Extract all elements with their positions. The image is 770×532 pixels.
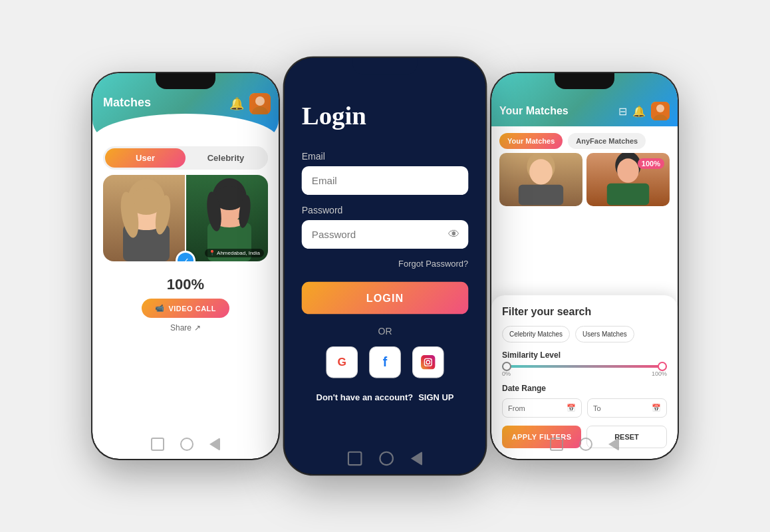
home-button[interactable]: [550, 438, 563, 451]
check-icon: ✓: [178, 253, 193, 261]
tab-user[interactable]: User: [105, 148, 186, 168]
signup-link[interactable]: Don't have an account? SIGN UP: [302, 392, 469, 402]
filter-title: Filter your search: [502, 306, 667, 318]
svg-rect-26: [519, 185, 563, 205]
slider-labels: 0% 100%: [502, 370, 667, 377]
back-button[interactable]: [180, 438, 193, 451]
home-button[interactable]: [348, 452, 362, 466]
header-wave: [92, 114, 279, 140]
filter-panel: Filter your search Celebrity Matches Use…: [491, 295, 678, 459]
filter-buttons: Celebrity Matches Users Matches: [502, 326, 667, 342]
phone1-screen: Matches 🔔 User: [92, 73, 279, 459]
back-button[interactable]: [379, 452, 394, 466]
match-images: 📍 Ahmedabad, India: [103, 175, 268, 261]
login-title: Login: [302, 101, 469, 131]
phone3-screen: Your Matches ⊟ 🔔 Your Match: [491, 73, 678, 459]
camera-icon: 📹: [155, 304, 165, 313]
phone3-title: Your Matches: [499, 105, 569, 117]
percent-badge: 100%: [638, 158, 664, 169]
celebrity-matches-button[interactable]: Celebrity Matches: [502, 326, 570, 342]
recents-button[interactable]: [209, 438, 220, 451]
avatar[interactable]: [651, 102, 670, 120]
filter-icon[interactable]: ⊟: [618, 105, 627, 118]
phone3-bottom-bar: [550, 438, 619, 451]
users-matches-button[interactable]: Users Matches: [575, 326, 634, 342]
login-button[interactable]: LOGIN: [302, 282, 469, 315]
slider-thumb-right[interactable]: [658, 362, 667, 371]
instagram-login-button[interactable]: [412, 346, 444, 378]
phone-your-matches: Your Matches ⊟ 🔔 Your Match: [491, 73, 678, 459]
match-card: 📍 Ahmedabad, India ✓: [103, 175, 268, 261]
location-tag: 📍 Ahmedabad, India: [205, 249, 264, 257]
back-button[interactable]: [579, 438, 592, 451]
svg-point-28: [617, 158, 639, 183]
preview-image-2: 100%: [586, 153, 670, 206]
email-field[interactable]: [302, 166, 469, 195]
tab-your-matches[interactable]: Your Matches: [499, 133, 563, 149]
social-login-buttons: G f: [302, 346, 469, 378]
home-button[interactable]: [151, 438, 164, 451]
phone1-notch: [156, 73, 215, 89]
phone3-notch: [555, 73, 614, 89]
svg-point-1: [255, 96, 265, 106]
password-label: Password: [302, 205, 469, 215]
password-field[interactable]: [302, 220, 469, 249]
phone1-bottom-bar: [151, 438, 220, 451]
date-to-input[interactable]: To 📅: [587, 398, 667, 418]
date-range-title: Date Range: [502, 384, 667, 393]
tab-celebrity[interactable]: Celebrity: [186, 148, 266, 168]
date-from-input[interactable]: From 📅: [502, 398, 582, 418]
match-preview: 100%: [499, 153, 670, 206]
login-form: Login Email Password 👁 Forgot Password? …: [285, 58, 485, 474]
share-icon: ↗: [194, 323, 201, 332]
preview-image-1: [499, 153, 582, 206]
recents-button[interactable]: [608, 438, 619, 451]
phone1-header-icons: 🔔: [229, 93, 271, 114]
recents-button[interactable]: [411, 452, 422, 466]
video-call-button[interactable]: 📹 VIDEO CALL: [142, 299, 229, 318]
tab-anyface[interactable]: AnyFace Matches: [568, 133, 646, 149]
similarity-slider[interactable]: [502, 365, 667, 368]
match-percent: 100%: [92, 276, 279, 293]
password-wrap: 👁: [302, 220, 469, 249]
phone3-header-icons: ⊟ 🔔: [618, 102, 670, 120]
calendar-icon: 📅: [652, 404, 661, 412]
email-label: Email: [302, 151, 469, 162]
forgot-password-link[interactable]: Forgot Password?: [302, 259, 469, 269]
slider-thumb-left[interactable]: [502, 362, 511, 371]
phone1-tabs: User Celebrity: [103, 146, 268, 170]
calendar-icon: 📅: [567, 404, 576, 412]
phone1-title: Matches: [103, 96, 151, 110]
svg-point-20: [430, 358, 432, 360]
avatar[interactable]: [249, 93, 271, 114]
google-login-button[interactable]: G: [326, 346, 358, 378]
show-password-icon[interactable]: 👁: [448, 228, 459, 241]
svg-point-22: [656, 104, 664, 112]
phones-container: Matches 🔔 User: [0, 47, 770, 485]
svg-rect-17: [421, 355, 436, 370]
phone-matches: Matches 🔔 User: [92, 73, 279, 459]
bell-icon[interactable]: 🔔: [229, 96, 244, 111]
match-image-right: 📍 Ahmedabad, India: [186, 175, 268, 261]
phone-login: Login Email Password 👁 Forgot Password? …: [285, 58, 485, 474]
svg-point-25: [529, 159, 553, 184]
share-button[interactable]: Share ↗: [92, 323, 279, 332]
date-range-inputs: From 📅 To 📅: [502, 398, 667, 418]
or-divider: OR: [302, 326, 469, 336]
facebook-login-button[interactable]: f: [369, 346, 401, 378]
phone3-tabs: Your Matches AnyFace Matches: [499, 133, 670, 149]
phone2-screen: Login Email Password 👁 Forgot Password? …: [285, 58, 485, 474]
similarity-title: Similarity Level: [502, 350, 667, 360]
bell-icon[interactable]: 🔔: [632, 105, 646, 118]
match-image-left: [103, 175, 185, 261]
phone2-notch: [352, 58, 417, 75]
phone2-bottom-bar: [348, 452, 422, 466]
svg-rect-29: [607, 184, 649, 205]
